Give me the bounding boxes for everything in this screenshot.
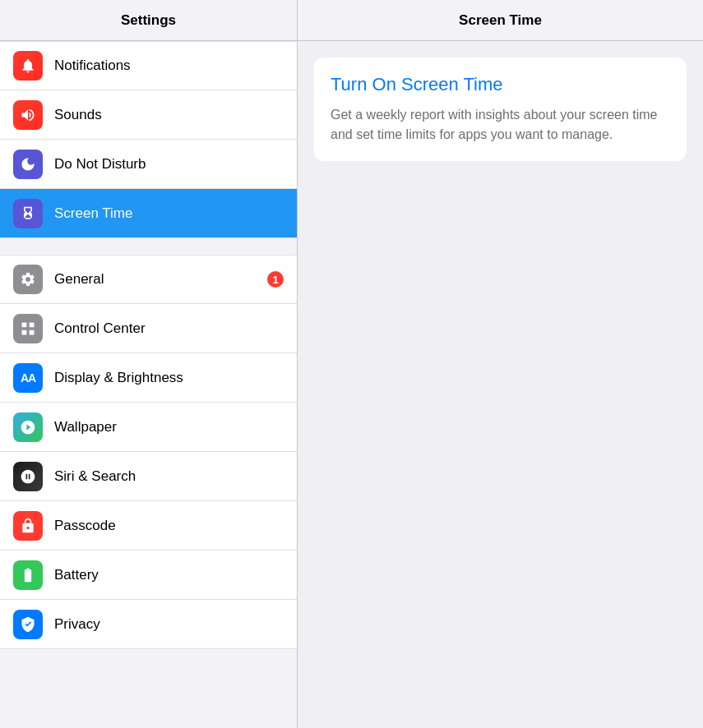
siri-icon xyxy=(13,462,43,491)
battery-label: Battery xyxy=(54,567,284,583)
sidebar-item-screentime[interactable]: Screen Time xyxy=(0,189,297,238)
general-label: General xyxy=(54,271,267,288)
displaybrightness-label: Display & Brightness xyxy=(54,370,284,386)
svg-rect-2 xyxy=(22,329,27,334)
main-content: Notifications Sounds Do Not Disturb xyxy=(0,41,703,728)
sidebar-group-2: General 1 Control Center AA Display & Br… xyxy=(0,255,297,649)
donotdisturb-label: Do Not Disturb xyxy=(54,156,284,173)
sidebar-item-siri[interactable]: Siri & Search xyxy=(0,452,297,501)
general-badge: 1 xyxy=(267,271,284,288)
wallpaper-icon xyxy=(13,412,43,442)
sounds-label: Sounds xyxy=(54,107,284,123)
sidebar-item-notifications[interactable]: Notifications xyxy=(0,41,297,90)
notifications-label: Notifications xyxy=(54,58,284,74)
sidebar-item-donotdisturb[interactable]: Do Not Disturb xyxy=(0,140,297,189)
sidebar: Notifications Sounds Do Not Disturb xyxy=(0,41,298,728)
sidebar-item-controlcenter[interactable]: Control Center xyxy=(0,304,297,353)
donotdisturb-icon xyxy=(13,150,43,179)
screentime-card: Turn On Screen Time Get a weekly report … xyxy=(314,58,687,161)
sidebar-item-passcode[interactable]: Passcode xyxy=(0,501,297,551)
svg-rect-3 xyxy=(30,329,35,334)
privacy-icon xyxy=(13,610,43,639)
right-panel: Turn On Screen Time Get a weekly report … xyxy=(298,41,703,728)
displaybrightness-icon: AA xyxy=(13,363,43,393)
sidebar-item-wallpaper[interactable]: Wallpaper xyxy=(0,403,297,452)
sidebar-item-displaybrightness[interactable]: AA Display & Brightness xyxy=(0,353,297,403)
screentime-label: Screen Time xyxy=(54,205,284,222)
privacy-label: Privacy xyxy=(54,616,284,633)
screentime-card-description: Get a weekly report with insights about … xyxy=(331,105,670,145)
passcode-label: Passcode xyxy=(54,518,284,534)
sidebar-item-general[interactable]: General 1 xyxy=(0,255,297,304)
svg-rect-0 xyxy=(22,322,27,327)
notifications-icon xyxy=(13,51,43,81)
sidebar-item-sounds[interactable]: Sounds xyxy=(0,90,297,140)
top-bar: Settings Screen Time xyxy=(0,0,703,41)
battery-icon xyxy=(13,560,43,590)
sidebar-title: Settings xyxy=(0,0,298,40)
general-icon xyxy=(13,265,43,294)
siri-label: Siri & Search xyxy=(54,468,284,485)
sidebar-item-privacy[interactable]: Privacy xyxy=(0,600,297,649)
wallpaper-label: Wallpaper xyxy=(54,419,284,435)
passcode-icon xyxy=(13,511,43,541)
controlcenter-icon xyxy=(13,314,43,343)
screentime-icon xyxy=(13,199,43,228)
sidebar-item-battery[interactable]: Battery xyxy=(0,551,297,600)
sidebar-group-1: Notifications Sounds Do Not Disturb xyxy=(0,41,297,238)
svg-rect-1 xyxy=(30,322,35,327)
controlcenter-label: Control Center xyxy=(54,320,284,337)
screentime-card-title[interactable]: Turn On Screen Time xyxy=(331,74,670,95)
sounds-icon xyxy=(13,100,43,130)
panel-title: Screen Time xyxy=(298,0,703,40)
